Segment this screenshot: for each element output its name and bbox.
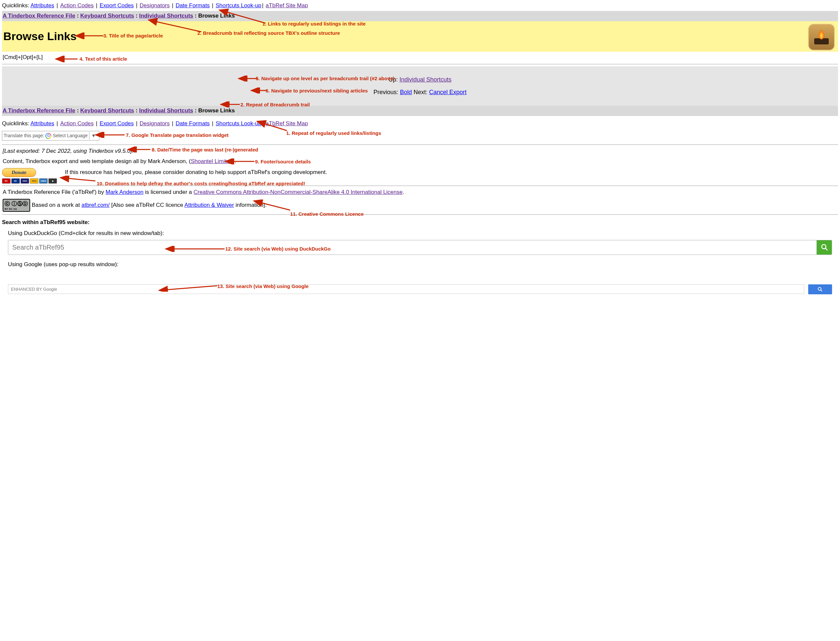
quicklinks-label-b: Quicklinks: [2,120,31,127]
donate-button[interactable]: Donate [2,168,36,177]
svg-line-2 [825,248,827,250]
search-icon [817,287,823,292]
svg-line-4 [821,290,822,292]
breadcrumb: A Tinderbox Reference File : Keyboard Sh… [2,11,838,21]
license-cc-link[interactable]: Creative Commons Attribution-NonCommerci… [193,189,402,195]
export-meta-text: [Last exported: 7 Dec 2022, using Tinder… [3,148,132,154]
crumb2-keyboard[interactable]: Keyboard Shortcuts [80,107,134,114]
credits: Content, Tinderbox export and web templa… [3,158,837,165]
google-search-label: Using Google (uses pop-up results window… [8,261,838,269]
license-author-link[interactable]: Mark Anderson [106,189,143,195]
article-text: [Cmd]+[Opt]+[L] [3,54,43,60]
chevron-down-icon[interactable]: ▼ [89,132,98,140]
ddg-search-button[interactable] [816,240,832,254]
anno-12: 12. Site search (via Web) using DuckDuck… [225,246,331,252]
search-heading: Search within aTbRef95 website: [2,219,838,226]
anno-2r: 2. Repeat of Breadcrumb trail [241,101,310,108]
translate-prefix: Translate this page: [4,132,44,139]
donate-text: If this resource has helped you, please … [65,168,327,176]
ql-site-map[interactable]: aTbRef Site Map [266,2,308,9]
divider [2,145,838,145]
payment-cards-icon: MC MC VISA VISA AMEX ◆ [2,178,57,184]
sibling-nav: Up: Individual Shortcuts Previous: Bold … [2,66,838,106]
qlb-attributes[interactable]: Attributes [31,120,54,127]
crumb-root[interactable]: A Tinderbox Reference File [3,13,75,19]
nav-next-label: Next: [414,89,429,95]
license-line2: ⓒ ⓘ⑤⓪ BY NC SA Based on a work at atbref… [3,199,837,212]
google-search-input[interactable] [8,284,804,294]
donate-button-block: Donate MC MC VISA VISA AMEX ◆ [2,168,57,184]
crumb-individual[interactable]: Individual Shortcuts [139,13,193,19]
divider [2,214,838,215]
breadcrumb-repeat: A Tinderbox Reference File : Keyboard Sh… [2,106,838,116]
ql-shortcuts-lookup[interactable]: Shortcuts Look-up [216,2,261,9]
ddg-search-box [8,240,832,255]
anno-10: 10. Donations to help defray the author'… [97,180,305,187]
crumb2-individual[interactable]: Individual Shortcuts [139,107,193,114]
nav-prev-link[interactable]: Bold [400,89,412,95]
anno-1: 1. Links to regularly used listings in t… [262,21,366,27]
anno-6: 6. Navigate to previous/next sibling art… [266,87,368,94]
crumb2-root[interactable]: A Tinderbox Reference File [3,107,75,114]
ql-export-codes[interactable]: Export Codes [100,2,134,9]
anno-8: 8. Date/Time the page was last (re-)gene… [152,147,259,153]
tinderbox-logo-icon [808,24,835,50]
google-search-button[interactable] [808,284,832,294]
credits-link[interactable]: Shoantel Limited [191,158,233,164]
page-root: Quicklinks: Attributes | Action Codes | … [2,2,838,294]
google-icon [45,133,51,139]
anno-2: 2. Breadcrumb trail reflecting source TB… [198,30,340,37]
translate-widget[interactable]: Translate this page: Select Language ▼ [2,131,100,140]
qlb-export-codes[interactable]: Export Codes [100,120,134,127]
nav-up-link[interactable]: Individual Shortcuts [400,76,451,83]
license-line1: A Tinderbox Reference File ('aTbRef') by… [3,188,837,196]
anno-3: 3. Title of the page/article [103,32,163,39]
article-body: [Cmd]+[Opt]+[L] [2,52,838,62]
qlb-designators[interactable]: Designators [140,120,170,127]
qlb-site-map[interactable]: aTbRef Site Map [266,120,308,127]
quicklinks-label: Quicklinks: [2,2,31,9]
ql-action-codes[interactable]: Action Codes [60,2,94,9]
crumb-keyboard[interactable]: Keyboard Shortcuts [80,13,134,19]
cc-badge-icon: ⓒ ⓘ⑤⓪ BY NC SA [3,199,30,212]
divider [2,64,838,64]
anno-13: 13. Site search (via Web) using Google [217,283,309,290]
nav-prev-label: Previous: [373,89,400,95]
translate-select[interactable]: Select Language [53,132,87,139]
license-waiver-link[interactable]: Attribution & Waiver [185,202,234,208]
quicklinks-bottom: Quicklinks: Attributes | Action Codes | … [2,120,838,127]
qlb-date-formats[interactable]: Date Formats [175,120,210,127]
anno-1r: 1. Repeat of regularly used links/listin… [286,130,381,137]
quicklinks-top: Quicklinks: Attributes | Action Codes | … [2,2,838,10]
qlb-shortcuts-lookup[interactable]: Shortcuts Look-up [216,120,261,127]
ddg-search-label: Using DuckDuckGo (Cmd+click for results … [8,230,838,237]
google-search-box [8,284,832,294]
ddg-search-input[interactable] [8,240,816,254]
ql-attributes[interactable]: Attributes [31,2,54,9]
anno-11: 11. Creative Commons Licence [290,211,364,217]
anno-5: 5. Navigate up one level as per breadcru… [256,75,395,82]
anno-7: 7. Google Translate page translation wid… [126,132,228,139]
nav-next-link[interactable]: Cancel Export [429,89,467,95]
search-icon [821,243,828,251]
svg-point-1 [821,245,826,249]
export-meta: [Last exported: 7 Dec 2022, using Tinder… [3,148,837,155]
license-site-link[interactable]: atbref.com/ [82,202,110,208]
page-title: Browse Links [3,29,77,44]
ql-designators[interactable]: Designators [140,2,170,9]
crumb2-current: Browse Links [198,107,235,114]
anno-4: 4. Text of this article [79,56,127,62]
qlb-action-codes[interactable]: Action Codes [60,120,94,127]
ql-date-formats[interactable]: Date Formats [175,2,210,9]
anno-9: 9. Footer/source details [255,158,311,165]
crumb-current: Browse Links [198,13,235,19]
